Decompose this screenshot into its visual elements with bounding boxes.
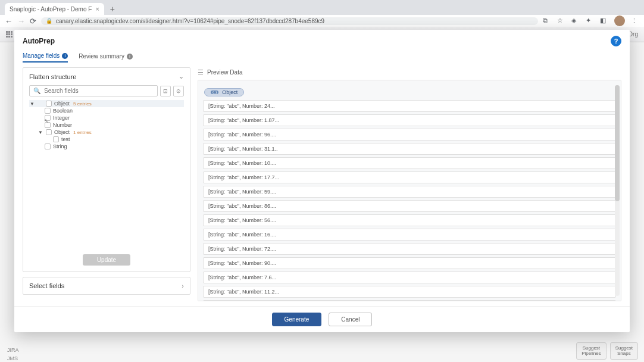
tree-label: Integer <box>53 115 70 121</box>
table-row[interactable]: [String: "abc", Number: 96.... <box>203 129 616 141</box>
addr-right-icons: ⧉ ☆ ◈ ✦ ◧ ⋮ <box>543 15 639 26</box>
forward-button[interactable]: → <box>17 17 25 26</box>
object-pill[interactable]: {_} Object <box>204 88 244 96</box>
checkbox[interactable] <box>53 136 59 142</box>
autoprep-modal: AutoPrep ? Manage fields i Review summar… <box>14 30 630 332</box>
tab-label: Manage fields <box>23 52 60 59</box>
search-input[interactable] <box>44 88 154 94</box>
table-row[interactable]: [String: "abc", Number: 72.... <box>203 243 616 255</box>
tree-row-child-object[interactable]: ▼ Object 1 entries <box>29 129 184 136</box>
url-field[interactable]: 🔒 canary.elastic.snaplogicdev.com/sl/des… <box>41 17 538 25</box>
cube-icon[interactable]: ◈ <box>571 17 580 25</box>
share-icon[interactable]: ⧉ <box>543 17 551 25</box>
chevron-right-icon: › <box>182 282 184 289</box>
table-row[interactable]: [String: "abc", Number: 59.... <box>203 186 616 198</box>
tree-row[interactable]: test <box>29 136 184 143</box>
scrollbar[interactable] <box>615 85 620 296</box>
expand-icon[interactable]: ⊡ <box>160 86 171 96</box>
tree-label: Object <box>54 129 70 135</box>
address-bar: ← → ⟳ 🔒 canary.elastic.snaplogicdev.com/… <box>0 15 644 27</box>
tree-hint: 1 entries <box>73 130 92 135</box>
caret-down-icon[interactable]: ▼ <box>29 101 35 107</box>
back-button[interactable]: ← <box>5 17 12 26</box>
browser-tab[interactable]: Snaplogic - AutoPrep - Demo F × <box>5 3 104 15</box>
preview-title: Preview Data <box>207 69 242 76</box>
field-tree: ▼ Object 5 entries Boolean <box>29 100 184 266</box>
lock-icon: 🔒 <box>46 18 52 24</box>
table-row[interactable]: [String: "abc", Number: 31.1.. <box>203 143 616 155</box>
table-row[interactable]: [String: "abc", Number: 86.... <box>203 200 616 212</box>
tab-label: Review summary <box>79 53 124 60</box>
modal-backdrop: AutoPrep ? Manage fields i Review summar… <box>0 27 644 362</box>
tree-label: test <box>61 136 70 142</box>
tab-bar: Snaplogic - AutoPrep - Demo F × + <box>0 0 644 15</box>
info-icon: i <box>62 53 68 59</box>
preview-header: ☰ Preview Data <box>198 67 621 80</box>
checkbox[interactable] <box>45 122 51 128</box>
table-row[interactable]: [String: "abc", Number: 90.... <box>203 257 616 269</box>
menu-icon[interactable]: ⋮ <box>631 17 639 25</box>
modal-footer: Generate Cancel <box>14 306 630 332</box>
table-row[interactable]: [String: "abc", Number: 1.87... <box>203 114 616 126</box>
table-row[interactable]: [String: "abc", Number: 17.7... <box>203 171 616 183</box>
modal-tabs: Manage fields i Review summary i <box>14 50 630 63</box>
tree-label: String <box>53 143 67 149</box>
tree-label: Boolean <box>53 108 73 114</box>
select-fields-header[interactable]: Select fields › <box>23 277 190 294</box>
reload-button[interactable]: ⟳ <box>30 17 36 26</box>
tab-title: Snaplogic - AutoPrep - Demo F <box>10 6 92 13</box>
table-row[interactable]: [String: "abc", Number: 49.... <box>203 300 616 301</box>
preview-body[interactable]: {_} Object [String: "abc", Number: 24...… <box>198 80 621 301</box>
scrollbar-thumb[interactable] <box>615 85 620 201</box>
search-icon: 🔍 <box>33 88 40 94</box>
tree-row[interactable]: Number <box>29 121 184 129</box>
preview-panel: ☰ Preview Data {_} Object [String: "abc"… <box>198 67 621 301</box>
avatar[interactable] <box>614 15 625 26</box>
tree-row-root[interactable]: ▼ Object 5 entries <box>29 100 184 107</box>
tree-row[interactable]: Integer <box>29 114 184 121</box>
url-text: canary.elastic.snaplogicdev.com/sl/desig… <box>56 18 324 24</box>
browser-chrome: Snaplogic - AutoPrep - Demo F × + ← → ⟳ … <box>0 0 644 27</box>
modal-body: Flatten structure ⌄ 🔍 ⊡ ⊙ <box>14 63 630 306</box>
caret-down-icon[interactable]: ▼ <box>37 130 43 135</box>
ext-icon[interactable]: ◧ <box>600 17 608 25</box>
locate-icon[interactable]: ⊙ <box>173 86 184 96</box>
tab-review-summary[interactable]: Review summary i <box>79 50 133 63</box>
select-fields-title: Select fields <box>29 282 64 289</box>
tree-row[interactable]: String <box>29 143 184 150</box>
search-row: 🔍 ⊡ ⊙ <box>29 85 184 96</box>
tab-manage-fields[interactable]: Manage fields i <box>23 50 68 63</box>
update-button[interactable]: Update <box>83 254 130 266</box>
table-row[interactable]: [String: "abc", Number: 16.... <box>203 229 616 241</box>
table-row[interactable]: [String: "abc", Number: 7.6... <box>203 272 616 283</box>
checkbox[interactable] <box>45 115 51 121</box>
generate-button[interactable]: Generate <box>272 313 322 326</box>
list-icon: ☰ <box>198 68 204 76</box>
search-box[interactable]: 🔍 <box>29 85 158 96</box>
left-panel: Flatten structure ⌄ 🔍 ⊡ ⊙ <box>23 67 190 301</box>
star-icon[interactable]: ☆ <box>557 17 565 25</box>
tree-label: Number <box>53 122 72 128</box>
object-badge-icon: {_} <box>211 90 218 94</box>
checkbox[interactable] <box>45 143 51 149</box>
table-row[interactable]: [String: "abc", Number: 10.... <box>203 157 616 169</box>
table-row[interactable]: [String: "abc", Number: 56.... <box>203 214 616 226</box>
new-tab-button[interactable]: + <box>107 3 118 15</box>
table-row[interactable]: [String: "abc", Number: 11.2... <box>203 286 616 298</box>
close-icon[interactable]: × <box>95 5 99 13</box>
help-button[interactable]: ? <box>611 36 621 46</box>
flatten-header[interactable]: Flatten structure ⌄ <box>23 68 190 85</box>
select-fields-card: Select fields › <box>23 277 190 295</box>
puzzle-icon[interactable]: ✦ <box>586 17 594 25</box>
chevron-down-icon: ⌄ <box>179 73 184 80</box>
checkbox[interactable] <box>46 101 52 107</box>
table-row[interactable]: [String: "abc", Number: 24... <box>203 100 616 112</box>
object-pill-label: Object <box>222 89 237 95</box>
flatten-title: Flatten structure <box>29 73 76 80</box>
checkbox[interactable] <box>46 129 52 135</box>
flatten-card: Flatten structure ⌄ 🔍 ⊡ ⊙ <box>23 67 190 272</box>
checkbox[interactable] <box>45 108 51 114</box>
info-icon: i <box>127 54 133 60</box>
tree-row[interactable]: Boolean <box>29 107 184 114</box>
cancel-button[interactable]: Cancel <box>329 313 372 326</box>
